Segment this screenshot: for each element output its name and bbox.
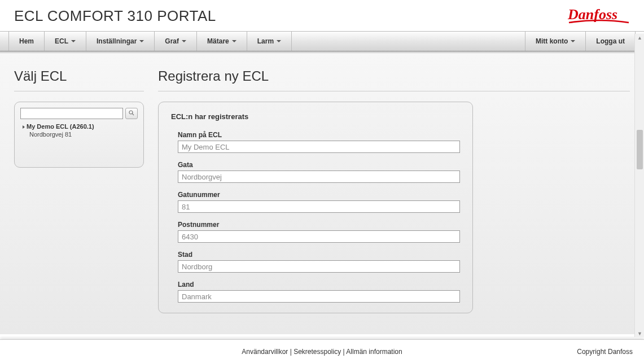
main-title: Registrera ny ECL [158, 68, 630, 84]
svg-point-1 [129, 111, 133, 114]
footer: Användarvillkor | Sekretesspolicy | Allm… [0, 339, 644, 363]
chevron-down-icon [277, 40, 281, 42]
navbar: Hem ECL Inställningar Graf Mätare Larm M… [0, 31, 644, 51]
nav-mitt-konto[interactable]: Mitt konto [525, 32, 586, 51]
arrow-right-icon [23, 125, 25, 129]
register-form-box: ECL:n har registrerats Namn på ECL Gata … [158, 102, 473, 313]
footer-links: Användarvillkor | Sekretesspolicy | Allm… [242, 348, 402, 356]
content-area: Välj ECL My Demo ECL (A260.1) Nordborgve… [0, 54, 644, 334]
search-button[interactable] [125, 108, 138, 119]
input-zip[interactable] [178, 230, 460, 243]
divider [14, 91, 144, 91]
chevron-down-icon [71, 40, 76, 42]
chevron-down-icon [139, 40, 144, 42]
nav-ecl[interactable]: ECL [45, 32, 86, 51]
input-city[interactable] [178, 260, 460, 273]
input-number[interactable] [178, 200, 460, 213]
label-street: Gata [178, 161, 460, 169]
input-street[interactable] [178, 170, 460, 183]
header: ECL COMFORT 310 PORTAL Danfoss [0, 0, 644, 31]
footer-link-privacy[interactable]: Sekretesspolicy [293, 348, 341, 356]
svg-line-2 [132, 113, 134, 115]
divider [158, 91, 630, 91]
nav-hem[interactable]: Hem [8, 32, 45, 51]
main: Registrera ny ECL ECL:n har registrerats… [158, 68, 630, 334]
field-zip: Postnummer [171, 221, 460, 243]
input-name[interactable] [178, 141, 460, 153]
ecl-name: My Demo ECL (A260.1) [27, 123, 94, 130]
page-title: ECL COMFORT 310 PORTAL [14, 7, 216, 25]
chevron-down-icon [182, 40, 186, 42]
footer-copyright: Copyright Danfoss [577, 348, 633, 356]
footer-link-general[interactable]: Allmän information [346, 348, 402, 356]
scroll-down-icon: ▼ [637, 331, 642, 336]
scroll-thumb[interactable] [637, 130, 643, 169]
ecl-search-input[interactable] [20, 108, 123, 119]
search-icon [129, 110, 134, 117]
form-heading: ECL:n har registrerats [171, 112, 460, 121]
sidebar-title: Välj ECL [14, 68, 144, 84]
scrollbar[interactable]: ▲ ▼ [634, 34, 644, 337]
field-street: Gata [171, 161, 460, 183]
field-city: Stad [171, 251, 460, 273]
footer-link-terms[interactable]: Användarvillkor [242, 348, 288, 356]
label-country: Land [178, 281, 460, 288]
nav-matare[interactable]: Mätare [197, 32, 247, 51]
field-name: Namn på ECL [171, 131, 460, 153]
label-zip: Postnummer [178, 221, 460, 229]
sidebar: Välj ECL My Demo ECL (A260.1) Nordborgve… [14, 68, 144, 334]
label-name: Namn på ECL [178, 131, 460, 139]
ecl-address: Nordborgvej 81 [23, 130, 138, 138]
ecl-list-item[interactable]: My Demo ECL (A260.1) Nordborgvej 81 [20, 123, 138, 139]
label-number: Gatunummer [178, 191, 460, 199]
nav-graf[interactable]: Graf [155, 32, 197, 51]
field-country: Land [171, 281, 460, 303]
field-number: Gatunummer [171, 191, 460, 213]
nav-logga-ut[interactable]: Logga ut [586, 32, 636, 51]
nav-installningar[interactable]: Inställningar [86, 32, 155, 51]
input-country[interactable] [178, 290, 460, 303]
chevron-down-icon [571, 40, 575, 42]
danfoss-logo-icon: Danfoss [568, 6, 630, 27]
scroll-up-icon: ▲ [637, 35, 642, 40]
label-city: Stad [178, 251, 460, 259]
ecl-selector-box: My Demo ECL (A260.1) Nordborgvej 81 [14, 102, 144, 168]
chevron-down-icon [232, 40, 236, 42]
nav-larm[interactable]: Larm [247, 32, 292, 51]
